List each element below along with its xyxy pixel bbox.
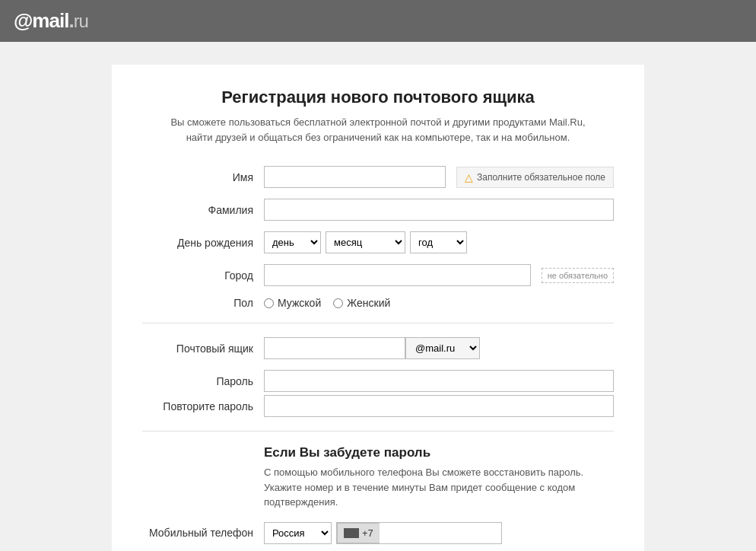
name-validation-msg: △ Заполните обязательное поле bbox=[456, 167, 614, 188]
mailbox-row: Почтовый ящик @mail.ru @inbox.ru @list.r… bbox=[142, 337, 614, 359]
phone-prefix-wrap: +7 bbox=[336, 522, 502, 544]
phone-wrap: Россия +7 bbox=[264, 522, 502, 544]
phone-number-input[interactable] bbox=[380, 524, 501, 543]
city-field-wrap: не обязательно bbox=[264, 264, 614, 286]
logo-mail: mail bbox=[32, 9, 68, 32]
city-optional-badge: не обязательно bbox=[542, 268, 614, 283]
russia-flag-icon bbox=[344, 528, 359, 538]
mobile-phone-field-wrap: Россия +7 bbox=[264, 522, 614, 544]
password-row: Пароль bbox=[142, 370, 614, 392]
gender-options: Мужской Женский bbox=[264, 297, 390, 309]
page-subtitle: Вы сможете пользоваться бесплатной элект… bbox=[142, 115, 614, 145]
divider-1 bbox=[142, 323, 614, 323]
gender-field-wrap: Мужской Женский bbox=[264, 297, 614, 309]
phone-prefix-text: +7 bbox=[362, 527, 373, 539]
warning-icon: △ bbox=[465, 171, 473, 183]
mobile-phone-label: Мобильный телефон bbox=[142, 527, 264, 539]
gender-female-label: Женский bbox=[347, 297, 390, 309]
mailbox-label: Почтовый ящик bbox=[142, 342, 264, 355]
gender-female-option[interactable]: Женский bbox=[333, 297, 390, 309]
header: @mail.ru bbox=[0, 0, 756, 42]
divider-2 bbox=[142, 431, 614, 432]
mailbox-field-wrap: @mail.ru @inbox.ru @list.ru @bk.ru bbox=[264, 337, 614, 359]
name-input[interactable] bbox=[264, 166, 446, 188]
phone-country-select[interactable]: Россия bbox=[264, 522, 332, 544]
page-title: Регистрация нового почтового ящика bbox=[142, 88, 614, 107]
gender-male-option[interactable]: Мужской bbox=[264, 297, 321, 309]
mailbox-input[interactable] bbox=[264, 337, 405, 359]
birthday-month-select[interactable]: месяц ЯнварьФевральМарт АпрельМайИюнь Ию… bbox=[326, 231, 405, 253]
surname-field-wrap bbox=[264, 199, 614, 221]
logo-at: @ bbox=[14, 9, 32, 32]
gender-male-label: Мужской bbox=[278, 297, 321, 309]
forgot-password-desc: С помощью мобильного телефона Вы сможете… bbox=[264, 465, 614, 510]
surname-label: Фамилия bbox=[142, 204, 264, 216]
surname-input[interactable] bbox=[264, 199, 614, 221]
birthday-year-select[interactable]: год for(let y=2024;y>=1910;y--) document… bbox=[410, 231, 467, 253]
birthday-field-wrap: день for(let i=1;i<=31;i++) document.wri… bbox=[264, 231, 614, 253]
forgot-password-heading: Если Вы забудете пароль bbox=[264, 445, 614, 460]
confirm-password-input[interactable] bbox=[264, 395, 614, 417]
confirm-password-field-wrap bbox=[264, 395, 614, 417]
name-row: Имя △ Заполните обязательное поле bbox=[142, 166, 614, 188]
gender-female-radio[interactable] bbox=[333, 298, 343, 308]
name-label: Имя bbox=[142, 171, 264, 183]
password-input[interactable] bbox=[264, 370, 614, 392]
logo: @mail.ru bbox=[14, 9, 88, 33]
birthday-day-select[interactable]: день for(let i=1;i<=31;i++) document.wri… bbox=[264, 231, 321, 253]
confirm-password-row: Повторите пароль bbox=[142, 395, 614, 417]
gender-male-radio[interactable] bbox=[264, 298, 274, 308]
birthday-row: День рождения день for(let i=1;i<=31;i++… bbox=[142, 231, 614, 253]
birthday-selects: день for(let i=1;i<=31;i++) document.wri… bbox=[264, 231, 467, 253]
validation-text: Заполните обязательное поле bbox=[477, 172, 605, 183]
phone-prefix: +7 bbox=[337, 523, 380, 543]
confirm-password-label: Повторите пароль bbox=[142, 400, 264, 412]
password-label: Пароль bbox=[142, 375, 264, 387]
mailbox-input-wrap: @mail.ru @inbox.ru @list.ru @bk.ru bbox=[264, 337, 480, 359]
city-input[interactable] bbox=[264, 264, 531, 286]
gender-row: Пол Мужской Женский bbox=[142, 297, 614, 309]
gender-label: Пол bbox=[142, 297, 264, 309]
birthday-label: День рождения bbox=[142, 237, 264, 249]
mobile-phone-row: Мобильный телефон Россия +7 bbox=[142, 522, 614, 544]
city-label: Город bbox=[142, 269, 264, 282]
forgot-password-section: Если Вы забудете пароль С помощью мобиль… bbox=[264, 445, 614, 510]
mailbox-domain-select[interactable]: @mail.ru @inbox.ru @list.ru @bk.ru bbox=[405, 337, 480, 359]
city-row: Город не обязательно bbox=[142, 264, 614, 286]
logo-ru: ru bbox=[74, 11, 88, 31]
name-field-wrap: △ Заполните обязательное поле bbox=[264, 166, 614, 188]
password-field-wrap bbox=[264, 370, 614, 392]
surname-row: Фамилия bbox=[142, 199, 614, 221]
registration-form-container: Регистрация нового почтового ящика Вы см… bbox=[112, 65, 644, 551]
